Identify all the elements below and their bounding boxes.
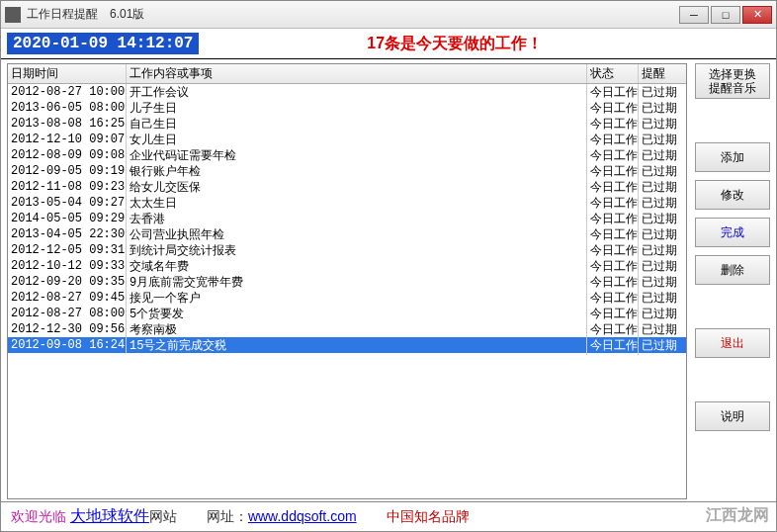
exit-button[interactable]: 退出	[695, 328, 770, 358]
col-content[interactable]: 工作内容或事项	[127, 64, 587, 83]
cell-datetime: 2013-04-05 22:30:53	[8, 226, 127, 242]
maximize-button[interactable]: □	[711, 6, 740, 24]
current-datetime: 2020-01-09 14:12:07	[7, 33, 199, 54]
select-music-button[interactable]: 选择更换 提醒音乐	[695, 63, 770, 99]
site-link[interactable]: 大地球软件	[70, 507, 149, 524]
cell-status: 今日工作	[587, 336, 639, 355]
banner-text: 17条是今天要做的工作！	[199, 34, 711, 54]
window-controls: ─ □ ✕	[677, 6, 772, 24]
col-datetime[interactable]: 日期时间	[8, 64, 127, 83]
welcome-text: 欢迎光临	[11, 508, 66, 524]
url-link[interactable]: www.ddqsoft.com	[248, 508, 357, 524]
table-body[interactable]: 2012-08-27 10:00:00开工作会议今日工作已过期2013-06-0…	[8, 84, 686, 498]
table-row[interactable]: 2012-09-08 16:24:5215号之前完成交税今日工作已过期	[8, 337, 686, 353]
close-button[interactable]: ✕	[742, 6, 772, 24]
cell-datetime: 2012-12-05 09:31:48	[8, 242, 127, 258]
cell-datetime: 2012-08-27 09:45:45	[8, 290, 127, 306]
cell-datetime: 2013-08-08 16:25:11	[8, 116, 127, 132]
cell-datetime: 2012-09-08 16:24:52	[8, 337, 127, 353]
delete-button[interactable]: 删除	[695, 255, 770, 285]
cell-datetime: 2014-05-05 09:29:01	[8, 211, 127, 226]
cell-datetime: 2012-09-20 09:35:57	[8, 274, 127, 290]
brand-text: 中国知名品牌	[387, 508, 470, 526]
app-window: 工作日程提醒 6.01版 ─ □ ✕ 2020-01-09 14:12:07 1…	[0, 0, 777, 532]
cell-datetime: 2012-10-12 09:33:42	[8, 258, 127, 274]
main-area: 日期时间 工作内容或事项 状态 提醒 2012-08-27 10:00:00开工…	[1, 59, 776, 501]
schedule-table: 日期时间 工作内容或事项 状态 提醒 2012-08-27 10:00:00开工…	[7, 63, 687, 499]
col-remind[interactable]: 提醒	[639, 64, 686, 83]
top-line: 2020-01-09 14:12:07 17条是今天要做的工作！	[1, 29, 776, 59]
footer-left: 欢迎光临 大地球软件网站	[11, 506, 177, 527]
url-label: 网址：	[207, 508, 248, 524]
footer: 欢迎光临 大地球软件网站 网址：www.ddqsoft.com 中国知名品牌	[1, 501, 776, 531]
add-button[interactable]: 添加	[695, 142, 770, 172]
cell-datetime: 2013-06-05 08:00:00	[8, 100, 127, 116]
sidebar: 选择更换 提醒音乐 添加 修改 完成 删除 退出 说明	[695, 63, 770, 499]
modify-button[interactable]: 修改	[695, 180, 770, 210]
cell-remind: 已过期	[639, 336, 686, 355]
cell-content: 15号之前完成交税	[127, 336, 587, 355]
cell-datetime: 2012-08-09 09:08:25	[8, 147, 127, 163]
footer-mid: 网址：www.ddqsoft.com	[207, 508, 357, 526]
cell-datetime: 2012-11-08 09:23:28	[8, 179, 127, 195]
cell-datetime: 2013-05-04 09:27:45	[8, 195, 127, 211]
help-button[interactable]: 说明	[695, 401, 770, 431]
cell-datetime: 2012-08-27 08:00:29	[8, 306, 127, 321]
cell-datetime: 2012-09-05 09:19:19	[8, 163, 127, 179]
titlebar[interactable]: 工作日程提醒 6.01版 ─ □ ✕	[1, 1, 776, 29]
site-word: 网站	[149, 508, 177, 524]
app-icon	[5, 7, 21, 23]
cell-datetime: 2012-12-30 09:56:39	[8, 321, 127, 337]
table-header: 日期时间 工作内容或事项 状态 提醒	[8, 64, 686, 84]
complete-button[interactable]: 完成	[695, 218, 770, 247]
cell-datetime: 2012-12-10 09:07:39	[8, 132, 127, 147]
cell-datetime: 2012-08-27 10:00:00	[8, 84, 127, 100]
minimize-button[interactable]: ─	[679, 6, 709, 24]
col-status[interactable]: 状态	[587, 64, 639, 83]
window-title: 工作日程提醒 6.01版	[27, 6, 677, 23]
